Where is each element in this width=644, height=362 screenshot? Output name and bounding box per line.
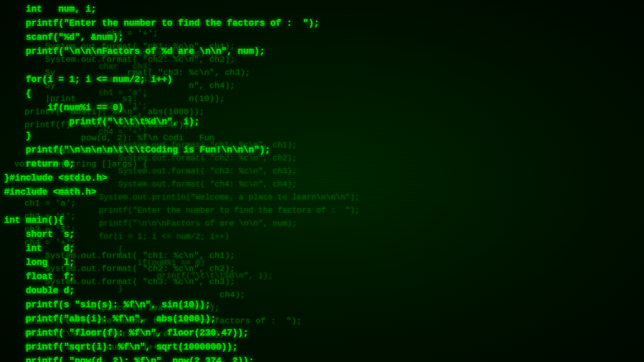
ghost-code-layer-2: void main(String []args) { char ch3; cha…	[75, 45, 644, 362]
screen: int num, i; printf("Enter the number to …	[0, 0, 644, 362]
ghost-code-content-2: void main(String []args) { char ch3; cha…	[79, 47, 644, 296]
